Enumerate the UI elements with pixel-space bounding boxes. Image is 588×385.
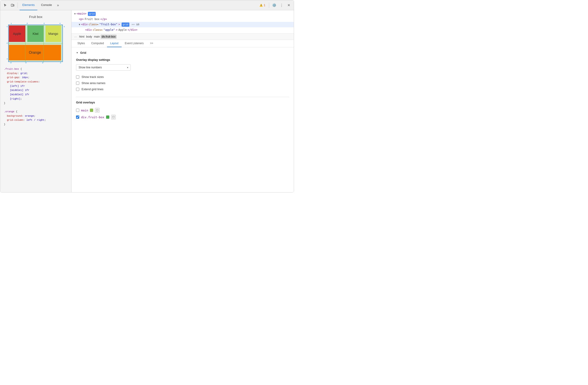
- line-num-left-1: 1: [6, 25, 8, 28]
- show-area-names-label: Show area names: [82, 81, 105, 85]
- line-num-right-1: -1: [63, 25, 65, 28]
- more-options-button[interactable]: ⋮: [278, 2, 285, 8]
- grid-section-header: ▼ Grid: [76, 51, 289, 54]
- apple-tag-open: <div: [85, 28, 92, 33]
- tree-line-main[interactable]: ▼ <main> grid: [71, 11, 294, 17]
- breadcrumb: ··· html body main div.fruit-box: [71, 34, 294, 40]
- more-tabs-button[interactable]: »: [56, 3, 60, 7]
- tab-more[interactable]: >>: [147, 40, 156, 47]
- svg-rect-2: [96, 109, 98, 111]
- warning-icon: ⚠️: [259, 4, 263, 7]
- line-num-bot-1: -4: [10, 62, 12, 64]
- css-block1: .fruit-box { display: grid; grid-gap: 10…: [4, 67, 68, 105]
- grid-collapse-arrow[interactable]: ▼: [76, 51, 78, 54]
- bc-main[interactable]: main: [93, 35, 101, 39]
- grid-section-title: Grid: [80, 51, 86, 54]
- tree-line-p[interactable]: <p> Fruit box </p>: [71, 17, 294, 22]
- dropdown-label: Show line numbers: [79, 66, 102, 69]
- apple-tag-close: >: [116, 28, 118, 33]
- show-track-sizes-label: Show track sizes: [82, 75, 104, 79]
- tree-line-div-selected[interactable]: ▼ <div class= "fruit-box" > grid == $0: [71, 22, 294, 27]
- warning-badge: ⚠️ 1: [258, 3, 267, 7]
- toolbar-divider2: [269, 2, 269, 8]
- elements-tab-btn[interactable]: Elements: [20, 0, 37, 10]
- kiwi-cell: Kiwi: [27, 25, 44, 42]
- extend-grid-lines-checkbox[interactable]: [76, 88, 79, 91]
- page-title: Fruit box: [0, 15, 71, 19]
- div-tag-open: <div: [81, 22, 88, 27]
- grid-line-v1: [25, 25, 25, 63]
- line-num-top-2: 2: [26, 22, 28, 24]
- apple-attr-val: "apple": [103, 28, 115, 33]
- html-tree: ▼ <main> grid <p> Fruit box </p> ▼ <div …: [71, 10, 294, 34]
- line-num-top-4: 4: [59, 22, 61, 24]
- cursor-button[interactable]: [2, 2, 8, 8]
- eq-sign: ==: [132, 22, 135, 27]
- overlay-settings-title: Overlay display settings: [76, 58, 289, 62]
- fruitbox-grid-icon-btn[interactable]: [111, 115, 116, 119]
- css-selector-1: .fruit-box: [4, 68, 19, 70]
- right-panel: ▼ <main> grid <p> Fruit box </p> ▼ <div …: [71, 10, 294, 192]
- overlay-row-main: main: [76, 107, 289, 114]
- line-num-left-2: 2: [6, 42, 8, 44]
- main-grid-icon-btn[interactable]: [95, 108, 100, 112]
- section-divider: [76, 97, 289, 97]
- main-color-swatch[interactable]: [90, 109, 93, 112]
- extend-grid-lines-row: Extend grid lines: [76, 86, 289, 92]
- css-selector-2: .orange: [4, 110, 14, 113]
- tab-layout[interactable]: Layout: [107, 40, 122, 47]
- tabs-row: Styles Computed Layout Event Listeners >…: [71, 40, 294, 47]
- bc-body[interactable]: body: [85, 35, 93, 39]
- show-area-names-row: Show area names: [76, 80, 289, 86]
- warning-count: 1: [264, 4, 265, 7]
- div-arrow: ▼: [79, 22, 80, 27]
- tab-styles[interactable]: Styles: [74, 40, 88, 47]
- line-num-bot-3: -2: [42, 62, 43, 64]
- close-button[interactable]: ✕: [286, 2, 292, 8]
- left-panel: Fruit box 1 2 3 4 -4 -3 -2 -1 1 2 3 -1 A…: [0, 10, 71, 192]
- line-numbers-dropdown[interactable]: Show line numbers ▾: [76, 64, 131, 71]
- css-code-panel: .fruit-box { display: grid; grid-gap: 10…: [0, 64, 71, 192]
- line-num-top-3: 3: [43, 22, 45, 24]
- dollar-sign: $0: [136, 22, 139, 27]
- apple-attr-class: class=: [93, 28, 103, 33]
- grid-overlays-title: Grid overlays: [76, 101, 289, 104]
- show-track-sizes-checkbox[interactable]: [76, 75, 79, 79]
- overlay-row-fruitbox: div.fruit-box: [76, 114, 289, 121]
- show-area-names-checkbox[interactable]: [76, 82, 79, 85]
- ellipsis: ···: [74, 35, 77, 39]
- p-close-tag: </p>: [100, 17, 107, 22]
- tab-computed[interactable]: Computed: [88, 40, 107, 47]
- apple-text: Apple: [118, 28, 127, 33]
- main-container: Fruit box 1 2 3 4 -4 -3 -2 -1 1 2 3 -1 A…: [0, 10, 294, 192]
- orange-cell: Orange: [9, 45, 61, 60]
- tab-event-listeners[interactable]: Event Listeners: [122, 40, 147, 47]
- apple-cell: Apple: [9, 25, 25, 42]
- settings-button[interactable]: ⚙️: [271, 2, 277, 8]
- grid-line-v2: [43, 25, 44, 63]
- toolbar-divider: [18, 2, 18, 8]
- svg-rect-0: [11, 4, 13, 6]
- mango-cell: Mango: [45, 25, 61, 42]
- main-overlay-checkbox[interactable]: [76, 109, 79, 112]
- div-grid-badge[interactable]: grid: [122, 22, 129, 27]
- main-overlay-name: main: [81, 109, 88, 112]
- fruitbox-overlay-checkbox[interactable]: [76, 115, 79, 119]
- bc-html[interactable]: html: [78, 35, 85, 39]
- div-attr-class: class=: [89, 22, 98, 27]
- grid-visual: 1 2 3 4 -4 -3 -2 -1 1 2 3 -1 Apple Kiwi: [6, 21, 65, 64]
- tree-line-apple[interactable]: <div class= "apple" > Apple </div>: [71, 27, 294, 33]
- css-block2: .orange { background: orange; grid-colum…: [4, 109, 68, 127]
- line-num-bot-2: -3: [25, 62, 27, 64]
- extend-grid-lines-label: Extend grid lines: [82, 87, 103, 91]
- p-tag: <p>: [79, 17, 84, 22]
- dropdown-container: Show line numbers ▾: [76, 64, 289, 71]
- main-grid-badge[interactable]: grid: [88, 12, 96, 16]
- svg-rect-6: [112, 116, 115, 118]
- grid-line-h1: [8, 43, 63, 44]
- device-toggle-button[interactable]: [9, 2, 16, 8]
- div-tag-close: >: [118, 22, 120, 27]
- console-tab-btn[interactable]: Console: [38, 0, 55, 10]
- bc-div-fruitbox[interactable]: div.fruit-box: [101, 35, 116, 39]
- fruitbox-color-swatch[interactable]: [106, 115, 109, 119]
